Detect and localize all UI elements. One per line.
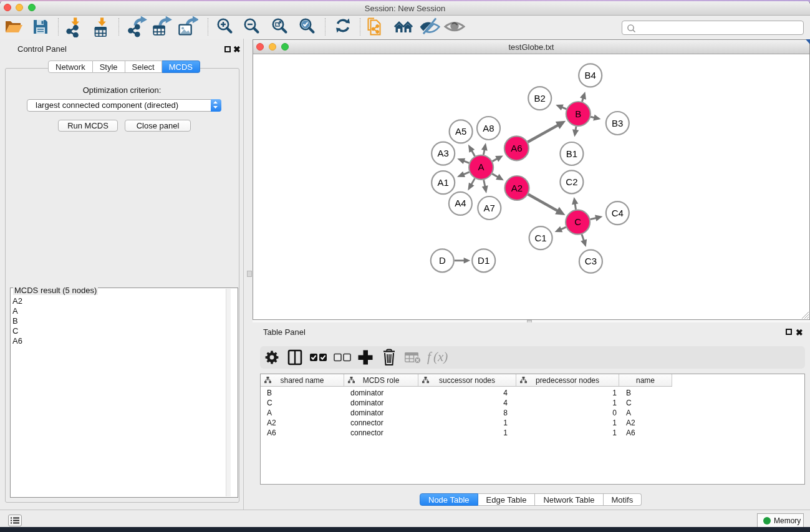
svg-text:C2: C2 [566,177,577,187]
svg-text:C4: C4 [612,208,624,218]
svg-text:A2: A2 [511,183,523,193]
svg-text:A7: A7 [484,203,495,213]
svg-text:C1: C1 [535,233,547,243]
svg-text:B2: B2 [534,93,546,104]
svg-text:A1: A1 [438,177,449,188]
svg-text:C: C [574,216,581,227]
svg-text:A8: A8 [483,123,494,133]
svg-text:D: D [439,255,446,266]
svg-text:D1: D1 [478,255,489,266]
svg-text:A5: A5 [455,126,466,137]
svg-text:B4: B4 [585,70,596,80]
svg-text:A4: A4 [455,198,466,208]
svg-text:C3: C3 [585,256,597,266]
svg-text:B1: B1 [566,148,577,159]
svg-text:B3: B3 [612,118,623,128]
svg-text:A6: A6 [511,143,522,153]
svg-text:A: A [478,162,485,172]
svg-text:A3: A3 [438,148,449,158]
svg-text:B: B [575,109,581,119]
